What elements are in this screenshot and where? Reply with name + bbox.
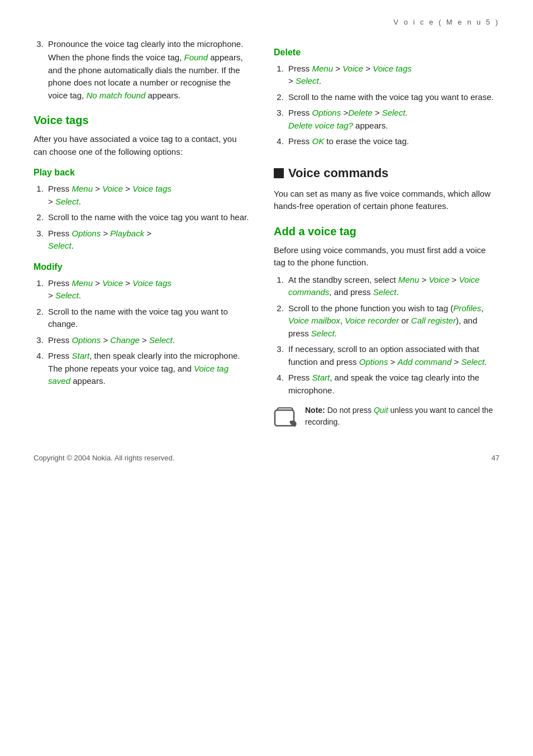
page-number: 47	[492, 453, 499, 464]
right-column: Delete Press Menu > Voice > Voice tags> …	[274, 38, 499, 431]
add-voice-tag-heading: Add a voice tag	[274, 223, 499, 240]
del-item-4: Press OK to erase the voice tag.	[286, 135, 499, 148]
step3-list: Pronounce the voice tag clearly into the…	[34, 38, 251, 102]
step3-detail: When the phone finds the voice tag, Foun…	[48, 51, 251, 102]
avt-item-3: If necessary, scroll to an option associ…	[286, 343, 499, 368]
del-item-2: Scroll to the name with the voice tag yo…	[286, 91, 499, 104]
delete-list: Press Menu > Voice > Voice tags> Select.…	[274, 63, 499, 148]
mod-item-3: Press Options > Change > Select.	[46, 334, 251, 347]
mod-item-4: Press Start, then speak clearly into the…	[46, 350, 251, 388]
avt-list: At the standby screen, select Menu > Voi…	[274, 274, 499, 397]
step3-item: Pronounce the voice tag clearly into the…	[46, 38, 251, 102]
pb-item-2: Scroll to the name with the voice tag yo…	[46, 211, 251, 224]
del-item-1: Press Menu > Voice > Voice tags> Select.	[286, 63, 499, 88]
avt-item-4: Press Start, and speak the voice tag cle…	[286, 372, 499, 397]
found-text: Found	[184, 53, 208, 62]
no-match-text: No match found	[86, 91, 145, 100]
pb-item-1: Press Menu > Voice > Voice tags > Select…	[46, 183, 251, 208]
play-back-heading: Play back	[34, 166, 251, 179]
modify-list: Press Menu > Voice > Voice tags > Select…	[34, 277, 251, 388]
note-box: Note: Do not press Quit unless you want …	[274, 405, 499, 430]
step3-intro: Pronounce the voice tag clearly into the…	[48, 39, 243, 49]
mod-item-2: Scroll to the name with the voice tag yo…	[46, 306, 251, 331]
delete-heading: Delete	[274, 46, 499, 59]
voice-commands-section: Voice commands You can set as many as fi…	[274, 164, 499, 213]
del-item-3: Press Options >Delete > Select.Delete vo…	[286, 107, 499, 132]
avt-item-1: At the standby screen, select Menu > Voi…	[286, 274, 499, 299]
voice-commands-intro: You can set as many as five voice comman…	[274, 188, 499, 213]
page-header: V o i c e ( M e n u 5 )	[34, 17, 499, 28]
pb-item-3: Press Options > Playback > Select.	[46, 227, 251, 253]
note-icon	[274, 406, 298, 430]
left-column: Pronounce the voice tag clearly into the…	[34, 38, 251, 431]
voice-commands-heading: Voice commands	[274, 164, 499, 182]
black-square-icon	[274, 168, 284, 178]
copyright: Copyright © 2004 Nokia. All rights reser…	[34, 453, 174, 464]
note-text: Note: Do not press Quit unless you want …	[305, 405, 499, 428]
note-label: Note:	[305, 406, 325, 415]
play-back-list: Press Menu > Voice > Voice tags > Select…	[34, 183, 251, 253]
mod-item-1: Press Menu > Voice > Voice tags > Select…	[46, 277, 251, 302]
avt-item-2: Scroll to the phone function you wish to…	[286, 302, 499, 340]
voice-tags-heading: Voice tags	[34, 112, 251, 129]
voice-tags-intro: After you have associated a voice tag to…	[34, 133, 251, 158]
modify-heading: Modify	[34, 260, 251, 274]
header-title: V o i c e ( M e n u 5 )	[393, 18, 499, 26]
avt-intro: Before using voice commands, you must fi…	[274, 244, 499, 269]
page-footer: Copyright © 2004 Nokia. All rights reser…	[34, 453, 499, 464]
